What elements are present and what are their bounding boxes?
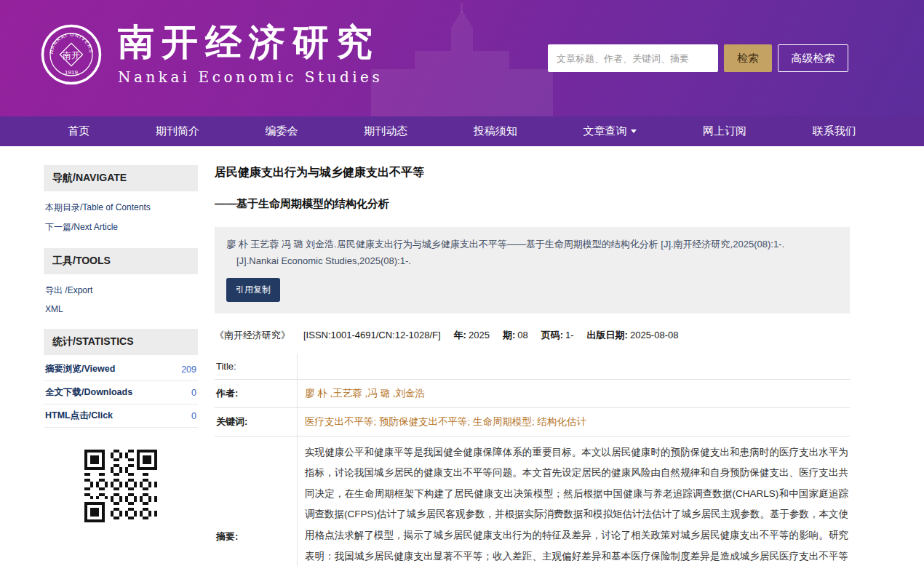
citation-box: 廖 朴 王艺蓉 冯 璐 刘金浩.居民健康支出行为与城乡健康支出不平等——基于生命… <box>215 227 850 314</box>
sidebar-links: 导出 /Export XML <box>44 274 198 321</box>
journal-pages-value: 1- <box>565 330 574 340</box>
article-main: 居民健康支出行为与城乡健康支出不平等 ——基于生命周期模型的结构化分析 廖 朴 … <box>215 165 850 566</box>
nav-label: 网上订阅 <box>703 124 746 138</box>
journal-title-logo: 南开经济研究 <box>118 23 383 62</box>
journal-issue-label: 期: <box>503 330 515 340</box>
logo-text-block: 南开经济研究 Nankai Economic Studies <box>118 23 383 86</box>
nav-label: 联系我们 <box>813 124 856 138</box>
main-nav: 首页 期刊简介 编委会 期刊动态 投稿须知 文章查询 网上订阅 联系我们 <box>0 116 924 146</box>
field-value-abstract: 实现健康公平和健康平等是我国健全健康保障体系的重要目标。本文以居民健康时的预防保… <box>297 437 850 566</box>
advanced-search-button[interactable]: 高级检索 <box>778 44 848 72</box>
nankai-university-seal-icon: NANKAI UNIVERSITY 南开 1919 <box>41 24 102 85</box>
journal-pages: 页码:1- <box>541 329 574 342</box>
site-logo[interactable]: NANKAI UNIVERSITY 南开 1919 南开经济研究 Nankai … <box>41 23 383 86</box>
sidebar-section-statistics: 统计/STATISTICS 摘要浏览/Viewed 209 全文下载/Downl… <box>44 329 198 428</box>
citation-line-2: [J].Nankai Economic Studies,2025(08):1-. <box>226 253 838 270</box>
stat-label-downloads: 全文下载/Downloads <box>45 386 132 399</box>
journal-name: 《南开经济研究》 <box>215 329 290 342</box>
journal-issue-value: 08 <box>517 330 527 340</box>
journal-pages-label: 页码: <box>541 330 563 340</box>
stat-value-downloads: 0 <box>191 388 196 398</box>
field-row-title: Title: <box>215 354 850 380</box>
qr-code <box>84 450 157 522</box>
journal-subtitle-logo: Nankai Economic Studies <box>118 68 383 86</box>
nav-item-editorial-board[interactable]: 编委会 <box>260 124 304 138</box>
article-title: 居民健康支出行为与城乡健康支出不平等 <box>215 165 850 180</box>
sidebar-section-tools: 工具/TOOLS 导出 /Export XML <box>44 248 198 321</box>
field-value-title <box>297 354 850 379</box>
journal-year-label: 年: <box>454 330 466 340</box>
sidebar-links: 本期目录/Table of Contents 下一篇/Next Article <box>44 191 198 240</box>
search-button[interactable]: 检索 <box>724 44 772 72</box>
field-row-keywords: 关键词: 医疗支出不平等; 预防保健支出不平等; 生命周期模型; 结构化估计 <box>215 408 850 437</box>
journal-issue: 期:08 <box>503 329 528 342</box>
journal-year: 年:2025 <box>454 329 490 342</box>
nav-item-journal-news[interactable]: 期刊动态 <box>358 124 413 138</box>
site-header: NANKAI UNIVERSITY 南开 1919 南开经济研究 Nankai … <box>0 0 924 116</box>
journal-year-value: 2025 <box>469 330 490 340</box>
nav-label: 投稿须知 <box>474 124 517 138</box>
sidebar-heading-statistics: 统计/STATISTICS <box>44 329 198 355</box>
journal-pubdate: 出版日期:2025-08-08 <box>587 329 679 342</box>
nav-item-submission-guide[interactable]: 投稿须知 <box>468 124 523 138</box>
sidebar-heading-navigate: 导航/NAVIGATE <box>44 165 198 191</box>
page-content: 导航/NAVIGATE 本期目录/Table of Contents 下一篇/N… <box>0 146 924 566</box>
stat-value-html-clicks: 0 <box>191 411 196 421</box>
journal-pubdate-label: 出版日期: <box>587 330 628 340</box>
nav-item-online-subscription[interactable]: 网上订阅 <box>697 124 752 138</box>
statistics-rows: 摘要浏览/Viewed 209 全文下载/Downloads 0 HTML点击/… <box>44 355 198 428</box>
sidebar-link-table-of-contents[interactable]: 本期目录/Table of Contents <box>45 198 196 218</box>
sidebar-section-navigate: 导航/NAVIGATE 本期目录/Table of Contents 下一篇/N… <box>44 165 198 240</box>
citation-line-1: 廖 朴 王艺蓉 冯 璐 刘金浩.居民健康支出行为与城乡健康支出不平等——基于生命… <box>226 236 838 253</box>
field-label-title: Title: <box>215 354 297 379</box>
field-label-abstract: 摘要: <box>215 437 297 566</box>
search-input[interactable] <box>548 44 718 72</box>
stat-label-html-clicks: HTML点击/Click <box>45 410 113 422</box>
article-fields: Title: 作者: 廖 朴 ,王艺蓉 ,冯 璐 ,刘金浩 关键词: 医疗支出不… <box>215 354 850 566</box>
stat-value-viewed: 209 <box>181 364 196 375</box>
journal-info-bar: 《南开经济研究》 [ISSN:1001-4691/CN:12-1028/F] 年… <box>215 329 850 342</box>
nav-item-journal-intro[interactable]: 期刊简介 <box>150 124 205 138</box>
copy-citation-button[interactable]: 引用复制 <box>226 278 280 302</box>
nav-label: 文章查询 <box>583 124 626 138</box>
stat-row-html-clicks: HTML点击/Click 0 <box>44 404 198 428</box>
seal-center-text: 南开 <box>63 50 80 60</box>
field-label-keywords: 关键词: <box>215 408 297 436</box>
field-value-authors[interactable]: 廖 朴 ,王艺蓉 ,冯 璐 ,刘金浩 <box>297 380 850 407</box>
journal-issn: [ISSN:1001-4691/CN:12-1028/F] <box>303 330 441 340</box>
nav-item-article-search[interactable]: 文章查询 <box>577 124 642 138</box>
sidebar-link-next-article[interactable]: 下一篇/Next Article <box>45 218 196 237</box>
sidebar-link-export[interactable]: 导出 /Export <box>45 281 196 300</box>
stat-row-viewed: 摘要浏览/Viewed 209 <box>44 358 198 381</box>
article-subtitle: ——基于生命周期模型的结构化分析 <box>215 197 850 211</box>
nav-label: 期刊动态 <box>364 124 407 138</box>
stat-label-viewed: 摘要浏览/Viewed <box>45 363 115 375</box>
nav-label: 期刊简介 <box>156 124 199 138</box>
field-label-authors: 作者: <box>215 380 297 407</box>
journal-pubdate-value: 2025-08-08 <box>630 330 679 340</box>
nav-item-contact-us[interactable]: 联系我们 <box>807 124 862 138</box>
seal-year-text: 1919 <box>65 69 78 76</box>
field-row-abstract: 摘要: 实现健康公平和健康平等是我国健全健康保障体系的重要目标。本文以居民健康时… <box>215 437 850 566</box>
sidebar: 导航/NAVIGATE 本期目录/Table of Contents 下一篇/N… <box>44 165 198 522</box>
nav-label: 首页 <box>68 124 89 138</box>
nav-item-home[interactable]: 首页 <box>62 124 95 138</box>
search-area: 检索 高级检索 <box>548 44 848 72</box>
nav-label: 编委会 <box>266 124 298 138</box>
stat-row-downloads: 全文下载/Downloads 0 <box>44 381 198 404</box>
field-row-authors: 作者: 廖 朴 ,王艺蓉 ,冯 璐 ,刘金浩 <box>215 380 850 408</box>
field-value-keywords[interactable]: 医疗支出不平等; 预防保健支出不平等; 生命周期模型; 结构化估计 <box>297 408 850 436</box>
sidebar-link-xml[interactable]: XML <box>45 300 196 318</box>
sidebar-heading-tools: 工具/TOOLS <box>44 248 198 274</box>
chevron-down-icon <box>631 129 637 133</box>
